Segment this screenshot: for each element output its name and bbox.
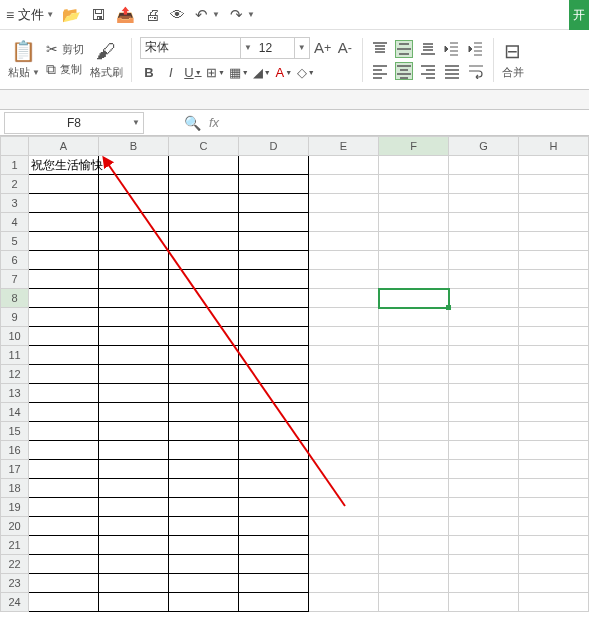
cell-B24[interactable]	[99, 593, 169, 612]
row-header-24[interactable]: 24	[1, 593, 29, 612]
align-center-button[interactable]	[395, 62, 413, 80]
cell-F12[interactable]	[379, 365, 449, 384]
cell-B19[interactable]	[99, 498, 169, 517]
cell-A23[interactable]	[29, 574, 99, 593]
font-size-input[interactable]: 12	[255, 38, 295, 58]
cell-G21[interactable]	[449, 536, 519, 555]
menu-icon[interactable]: ≡	[6, 7, 14, 23]
increase-indent-button[interactable]	[467, 40, 485, 58]
cell-C23[interactable]	[169, 574, 239, 593]
cell-A5[interactable]	[29, 232, 99, 251]
cell-H19[interactable]	[519, 498, 589, 517]
row-header-16[interactable]: 16	[1, 441, 29, 460]
cell-A22[interactable]	[29, 555, 99, 574]
cell-E6[interactable]	[309, 251, 379, 270]
cell-B15[interactable]	[99, 422, 169, 441]
cell-H16[interactable]	[519, 441, 589, 460]
cell-B18[interactable]	[99, 479, 169, 498]
cell-C20[interactable]	[169, 517, 239, 536]
cell-D17[interactable]	[239, 460, 309, 479]
cell-F23[interactable]	[379, 574, 449, 593]
cell-G15[interactable]	[449, 422, 519, 441]
cell-F13[interactable]	[379, 384, 449, 403]
cell-B4[interactable]	[99, 213, 169, 232]
cell-D13[interactable]	[239, 384, 309, 403]
bold-button[interactable]: B	[140, 63, 158, 83]
cell-B7[interactable]	[99, 270, 169, 289]
col-header-A[interactable]: A	[29, 137, 99, 156]
cell-D23[interactable]	[239, 574, 309, 593]
cell-E1[interactable]	[309, 156, 379, 175]
file-menu[interactable]: 文件 ▼	[18, 6, 54, 24]
row-header-21[interactable]: 21	[1, 536, 29, 555]
cell-A8[interactable]	[29, 289, 99, 308]
chevron-down-icon[interactable]: ▼	[295, 43, 309, 52]
cell-E21[interactable]	[309, 536, 379, 555]
cell-F11[interactable]	[379, 346, 449, 365]
cell-G4[interactable]	[449, 213, 519, 232]
cell-F6[interactable]	[379, 251, 449, 270]
cell-F10[interactable]	[379, 327, 449, 346]
cell-A4[interactable]	[29, 213, 99, 232]
cell-A10[interactable]	[29, 327, 99, 346]
cell-D24[interactable]	[239, 593, 309, 612]
row-header-11[interactable]: 11	[1, 346, 29, 365]
cell-C7[interactable]	[169, 270, 239, 289]
cell-H3[interactable]	[519, 194, 589, 213]
col-header-G[interactable]: G	[449, 137, 519, 156]
cell-D3[interactable]	[239, 194, 309, 213]
cell-B6[interactable]	[99, 251, 169, 270]
cell-D19[interactable]	[239, 498, 309, 517]
cell-G7[interactable]	[449, 270, 519, 289]
undo-icon[interactable]: ↶	[195, 6, 208, 24]
search-icon[interactable]: 🔍	[184, 115, 201, 131]
decrease-indent-button[interactable]	[443, 40, 461, 58]
cell-H2[interactable]	[519, 175, 589, 194]
cell-G11[interactable]	[449, 346, 519, 365]
cell-D22[interactable]	[239, 555, 309, 574]
select-all-corner[interactable]	[1, 137, 29, 156]
cell-G13[interactable]	[449, 384, 519, 403]
cell-F19[interactable]	[379, 498, 449, 517]
cell-G22[interactable]	[449, 555, 519, 574]
cell-E24[interactable]	[309, 593, 379, 612]
cell-C2[interactable]	[169, 175, 239, 194]
cell-C17[interactable]	[169, 460, 239, 479]
cell-C12[interactable]	[169, 365, 239, 384]
cell-E17[interactable]	[309, 460, 379, 479]
print-preview-icon[interactable]: 👁	[170, 6, 185, 23]
cell-H1[interactable]	[519, 156, 589, 175]
copy-button[interactable]: ⧉ 复制	[46, 61, 84, 78]
row-header-1[interactable]: 1	[1, 156, 29, 175]
cell-B5[interactable]	[99, 232, 169, 251]
cell-C22[interactable]	[169, 555, 239, 574]
cell-C4[interactable]	[169, 213, 239, 232]
cell-A15[interactable]	[29, 422, 99, 441]
cell-E2[interactable]	[309, 175, 379, 194]
chevron-down-icon[interactable]: ▼	[247, 10, 255, 19]
cell-C8[interactable]	[169, 289, 239, 308]
cell-F5[interactable]	[379, 232, 449, 251]
cell-H13[interactable]	[519, 384, 589, 403]
cell-C1[interactable]	[169, 156, 239, 175]
cell-B23[interactable]	[99, 574, 169, 593]
cell-A19[interactable]	[29, 498, 99, 517]
cell-B10[interactable]	[99, 327, 169, 346]
align-right-button[interactable]	[419, 62, 437, 80]
chevron-down-icon[interactable]: ▼	[212, 10, 220, 19]
clear-format-button[interactable]: ◇▼	[297, 63, 315, 83]
row-header-20[interactable]: 20	[1, 517, 29, 536]
cell-G2[interactable]	[449, 175, 519, 194]
cell-A13[interactable]	[29, 384, 99, 403]
cell-D10[interactable]	[239, 327, 309, 346]
cell-D2[interactable]	[239, 175, 309, 194]
cell-H15[interactable]	[519, 422, 589, 441]
cell-B21[interactable]	[99, 536, 169, 555]
row-header-10[interactable]: 10	[1, 327, 29, 346]
cell-B14[interactable]	[99, 403, 169, 422]
cell-F15[interactable]	[379, 422, 449, 441]
col-header-H[interactable]: H	[519, 137, 589, 156]
row-header-7[interactable]: 7	[1, 270, 29, 289]
cell-D8[interactable]	[239, 289, 309, 308]
cell-B13[interactable]	[99, 384, 169, 403]
